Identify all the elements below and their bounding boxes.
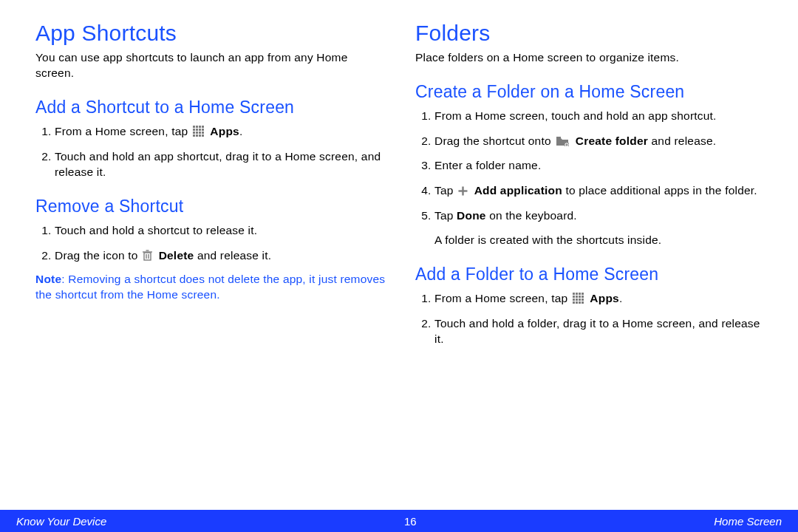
footer-right: Home Screen — [714, 515, 782, 528]
steps-create-folder: From a Home screen, touch and hold an ap… — [415, 108, 765, 248]
step-text-bold: Apps — [590, 292, 619, 304]
heading-add-folder: Add a Folder to a Home Screen — [415, 265, 765, 284]
svg-rect-4 — [193, 129, 195, 131]
left-column: App Shortcuts You can use app shortcuts … — [35, 21, 386, 502]
svg-rect-31 — [573, 296, 575, 298]
svg-rect-7 — [202, 129, 204, 131]
intro-folders: Place folders on a Home screen to organi… — [415, 50, 765, 66]
svg-rect-32 — [576, 296, 578, 298]
svg-rect-8 — [193, 132, 195, 134]
svg-rect-16 — [144, 253, 151, 260]
svg-rect-3 — [202, 126, 204, 128]
list-item: From a Home screen, tap Apps. — [55, 123, 386, 140]
svg-rect-39 — [573, 301, 575, 304]
list-item: Drag the shortcut onto Create folder and… — [434, 133, 765, 149]
heading-app-shortcuts: App Shortcuts — [35, 21, 386, 46]
heading-create-folder: Create a Folder on a Home Screen — [415, 82, 765, 102]
step-text: Tap — [434, 209, 457, 222]
step-text: and release. — [648, 134, 716, 147]
footer-page-number: 16 — [404, 515, 417, 528]
heading-remove-shortcut: Remove a Shortcut — [35, 197, 386, 216]
svg-rect-10 — [199, 132, 201, 134]
document-page: App Shortcuts You can use app shortcuts … — [0, 0, 798, 532]
steps-add-folder: From a Home screen, tap Apps. Touch and … — [415, 290, 765, 347]
content-area: App Shortcuts You can use app shortcuts … — [0, 0, 798, 510]
step-text-bold: Add application — [474, 184, 562, 197]
list-item: Tap Add application to place additional … — [434, 183, 765, 199]
steps-add-shortcut: From a Home screen, tap Apps. Touch and … — [35, 123, 386, 180]
svg-rect-40 — [576, 301, 578, 304]
heading-folders: Folders — [415, 21, 765, 46]
step-text: on the keyboard. — [486, 209, 577, 222]
svg-rect-29 — [579, 293, 581, 295]
svg-rect-34 — [582, 296, 584, 298]
step-text-bold: Create folder — [576, 134, 648, 147]
step-text: Tap — [434, 184, 457, 197]
intro-app-shortcuts: You can use app shortcuts to launch an a… — [35, 50, 386, 81]
list-item: Touch and hold a shortcut to release it. — [55, 222, 386, 239]
svg-rect-33 — [579, 296, 581, 298]
svg-rect-27 — [573, 293, 575, 295]
svg-rect-0 — [193, 126, 195, 128]
svg-rect-30 — [582, 293, 584, 295]
apps-grid-icon — [573, 293, 584, 304]
step-text: Drag the icon to — [55, 249, 141, 262]
svg-rect-12 — [193, 134, 195, 137]
svg-rect-11 — [202, 132, 204, 134]
svg-rect-38 — [582, 299, 584, 301]
svg-rect-5 — [196, 129, 198, 131]
svg-rect-1 — [196, 126, 198, 128]
svg-rect-2 — [199, 126, 201, 128]
step-text: to place additional apps in the folder. — [562, 184, 757, 197]
svg-rect-35 — [573, 299, 575, 301]
list-item: Tap Done on the keyboard. A folder is cr… — [434, 208, 765, 248]
note-label: Note — [35, 273, 61, 285]
step-text: and release it. — [194, 249, 271, 262]
step-text-bold: Done — [457, 209, 486, 222]
list-item: Touch and hold a folder, drag it to a Ho… — [434, 316, 765, 347]
heading-add-shortcut: Add a Shortcut to a Home Screen — [35, 98, 386, 117]
note-text: : Removing a shortcut does not delete th… — [35, 273, 385, 301]
svg-rect-13 — [196, 134, 198, 137]
list-item: From a Home screen, touch and hold an ap… — [434, 108, 765, 124]
step-text: From a Home screen, tap — [434, 292, 571, 304]
trash-icon — [143, 250, 152, 261]
svg-rect-28 — [576, 293, 578, 295]
page-footer: Know Your Device 16 Home Screen — [0, 510, 798, 532]
step-text: . — [239, 125, 243, 137]
folder-add-icon — [556, 136, 569, 146]
apps-grid-icon — [193, 126, 204, 137]
svg-rect-14 — [199, 134, 201, 137]
step-text-bold: Apps — [210, 125, 239, 137]
svg-rect-15 — [202, 134, 204, 137]
list-item: Touch and hold an app shortcut, drag it … — [55, 149, 386, 180]
step-text: From a Home screen, tap — [55, 125, 191, 137]
step-tail: A folder is created with the shortcuts i… — [434, 232, 765, 248]
svg-rect-42 — [582, 301, 584, 304]
plus-icon — [458, 186, 468, 196]
step-text-bold: Delete — [159, 249, 194, 262]
note-remove-shortcut: Note: Removing a shortcut does not delet… — [35, 272, 386, 303]
steps-remove-shortcut: Touch and hold a shortcut to release it.… — [35, 222, 386, 263]
svg-rect-36 — [576, 299, 578, 301]
step-text: Drag the shortcut onto — [434, 134, 554, 147]
list-item: From a Home screen, tap Apps. — [434, 290, 765, 307]
svg-rect-41 — [579, 301, 581, 304]
list-item: Enter a folder name. — [434, 157, 765, 174]
right-column: Folders Place folders on a Home screen t… — [415, 21, 765, 502]
svg-rect-6 — [199, 129, 201, 131]
svg-rect-37 — [579, 299, 581, 301]
footer-left: Know Your Device — [16, 515, 106, 528]
list-item: Drag the icon to Delete and release it. — [55, 248, 386, 264]
svg-rect-9 — [196, 132, 198, 134]
svg-rect-21 — [556, 137, 561, 138]
step-text: . — [619, 292, 623, 304]
